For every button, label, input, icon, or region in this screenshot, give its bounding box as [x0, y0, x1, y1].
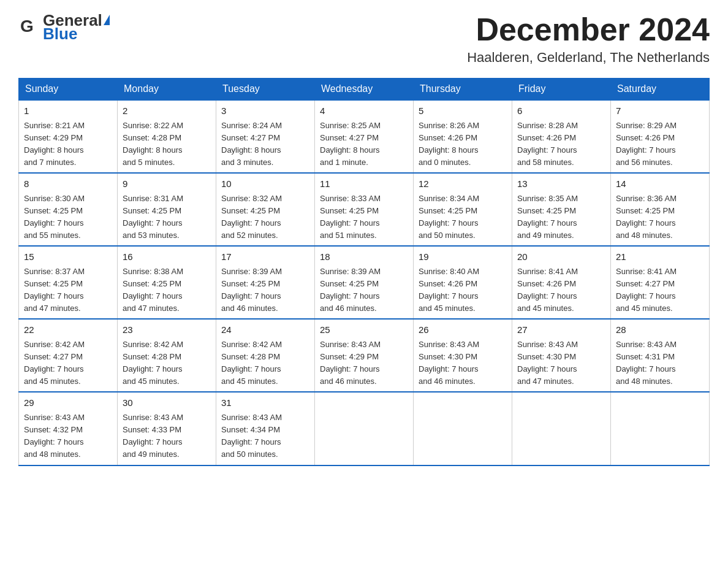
day-number: 12 [419, 177, 507, 191]
day-info: Sunrise: 8:39 AMSunset: 4:25 PMDaylight:… [221, 267, 282, 313]
day-number: 14 [616, 177, 704, 191]
calendar-cell: 20 Sunrise: 8:41 AMSunset: 4:26 PMDaylig… [512, 246, 611, 319]
day-number: 18 [320, 250, 408, 264]
calendar-cell: 4 Sunrise: 8:25 AMSunset: 4:27 PMDayligh… [315, 100, 414, 173]
month-title: December 2024 [467, 12, 710, 47]
calendar-cell: 29 Sunrise: 8:43 AMSunset: 4:32 PMDaylig… [19, 392, 118, 465]
week-row-1: 1 Sunrise: 8:21 AMSunset: 4:29 PMDayligh… [19, 100, 710, 173]
day-info: Sunrise: 8:42 AMSunset: 4:28 PMDaylight:… [123, 340, 183, 386]
week-row-4: 22 Sunrise: 8:42 AMSunset: 4:27 PMDaylig… [19, 319, 710, 392]
day-info: Sunrise: 8:30 AMSunset: 4:25 PMDaylight:… [24, 194, 85, 240]
day-number: 22 [24, 323, 112, 337]
day-info: Sunrise: 8:38 AMSunset: 4:25 PMDaylight:… [123, 267, 183, 313]
day-info: Sunrise: 8:43 AMSunset: 4:29 PMDaylight:… [320, 340, 381, 386]
calendar-cell: 12 Sunrise: 8:34 AMSunset: 4:25 PMDaylig… [414, 173, 512, 246]
calendar-cell: 10 Sunrise: 8:32 AMSunset: 4:25 PMDaylig… [216, 173, 315, 246]
logo-text: General Blue [43, 12, 110, 42]
day-info: Sunrise: 8:35 AMSunset: 4:25 PMDaylight:… [517, 194, 578, 240]
day-number: 13 [517, 177, 605, 191]
header-thursday: Thursday [414, 79, 512, 101]
day-number: 28 [616, 323, 704, 337]
day-info: Sunrise: 8:40 AMSunset: 4:26 PMDaylight:… [419, 267, 479, 313]
week-row-2: 8 Sunrise: 8:30 AMSunset: 4:25 PMDayligh… [19, 173, 710, 246]
day-number: 21 [616, 250, 704, 264]
calendar-cell: 16 Sunrise: 8:38 AMSunset: 4:25 PMDaylig… [118, 246, 216, 319]
calendar-cell: 24 Sunrise: 8:42 AMSunset: 4:28 PMDaylig… [216, 319, 315, 392]
day-number: 10 [221, 177, 309, 191]
header-friday: Friday [512, 79, 611, 101]
day-info: Sunrise: 8:21 AMSunset: 4:29 PMDaylight:… [24, 121, 85, 167]
day-info: Sunrise: 8:33 AMSunset: 4:25 PMDaylight:… [320, 194, 381, 240]
day-number: 8 [24, 177, 112, 191]
day-info: Sunrise: 8:42 AMSunset: 4:27 PMDaylight:… [24, 340, 85, 386]
calendar-cell: 23 Sunrise: 8:42 AMSunset: 4:28 PMDaylig… [118, 319, 216, 392]
calendar-cell: 18 Sunrise: 8:39 AMSunset: 4:25 PMDaylig… [315, 246, 414, 319]
day-info: Sunrise: 8:24 AMSunset: 4:27 PMDaylight:… [221, 121, 282, 167]
day-number: 27 [517, 323, 605, 337]
day-number: 26 [419, 323, 507, 337]
calendar-cell: 1 Sunrise: 8:21 AMSunset: 4:29 PMDayligh… [19, 100, 118, 173]
day-info: Sunrise: 8:29 AMSunset: 4:26 PMDaylight:… [616, 121, 677, 167]
calendar-cell [315, 392, 414, 465]
calendar-cell: 5 Sunrise: 8:26 AMSunset: 4:26 PMDayligh… [414, 100, 512, 173]
day-number: 19 [419, 250, 507, 264]
day-number: 1 [24, 104, 112, 118]
day-number: 11 [320, 177, 408, 191]
calendar-cell [414, 392, 512, 465]
day-info: Sunrise: 8:43 AMSunset: 4:32 PMDaylight:… [24, 413, 85, 459]
day-number: 23 [123, 323, 211, 337]
day-info: Sunrise: 8:37 AMSunset: 4:25 PMDaylight:… [24, 267, 85, 313]
day-number: 20 [517, 250, 605, 264]
day-number: 4 [320, 104, 408, 118]
calendar-cell: 31 Sunrise: 8:43 AMSunset: 4:34 PMDaylig… [216, 392, 315, 465]
day-number: 5 [419, 104, 507, 118]
day-number: 29 [24, 396, 112, 410]
calendar-cell: 21 Sunrise: 8:41 AMSunset: 4:27 PMDaylig… [611, 246, 710, 319]
calendar-cell: 14 Sunrise: 8:36 AMSunset: 4:25 PMDaylig… [611, 173, 710, 246]
calendar-cell: 6 Sunrise: 8:28 AMSunset: 4:26 PMDayligh… [512, 100, 611, 173]
calendar-cell: 26 Sunrise: 8:43 AMSunset: 4:30 PMDaylig… [414, 319, 512, 392]
day-number: 15 [24, 250, 112, 264]
logo-triangle-icon [104, 15, 110, 25]
day-info: Sunrise: 8:42 AMSunset: 4:28 PMDaylight:… [221, 340, 282, 386]
day-info: Sunrise: 8:34 AMSunset: 4:25 PMDaylight:… [419, 194, 479, 240]
calendar-cell: 9 Sunrise: 8:31 AMSunset: 4:25 PMDayligh… [118, 173, 216, 246]
day-number: 30 [123, 396, 211, 410]
week-row-3: 15 Sunrise: 8:37 AMSunset: 4:25 PMDaylig… [19, 246, 710, 319]
calendar-cell: 22 Sunrise: 8:42 AMSunset: 4:27 PMDaylig… [19, 319, 118, 392]
day-number: 31 [221, 396, 309, 410]
day-info: Sunrise: 8:41 AMSunset: 4:27 PMDaylight:… [616, 267, 677, 313]
day-number: 6 [517, 104, 605, 118]
day-info: Sunrise: 8:41 AMSunset: 4:26 PMDaylight:… [517, 267, 578, 313]
day-info: Sunrise: 8:43 AMSunset: 4:34 PMDaylight:… [221, 413, 282, 459]
day-info: Sunrise: 8:26 AMSunset: 4:26 PMDaylight:… [419, 121, 479, 167]
day-number: 2 [123, 104, 211, 118]
calendar-cell: 25 Sunrise: 8:43 AMSunset: 4:29 PMDaylig… [315, 319, 414, 392]
logo: G General Blue [18, 12, 110, 42]
day-info: Sunrise: 8:28 AMSunset: 4:26 PMDaylight:… [517, 121, 578, 167]
day-info: Sunrise: 8:39 AMSunset: 4:25 PMDaylight:… [320, 267, 381, 313]
calendar-cell [611, 392, 710, 465]
day-number: 7 [616, 104, 704, 118]
day-number: 9 [123, 177, 211, 191]
calendar-cell: 13 Sunrise: 8:35 AMSunset: 4:25 PMDaylig… [512, 173, 611, 246]
day-number: 3 [221, 104, 309, 118]
logo-blue: Blue [43, 26, 110, 42]
calendar-cell: 30 Sunrise: 8:43 AMSunset: 4:33 PMDaylig… [118, 392, 216, 465]
logo-area: G General Blue [18, 12, 110, 42]
calendar-cell: 7 Sunrise: 8:29 AMSunset: 4:26 PMDayligh… [611, 100, 710, 173]
header-wednesday: Wednesday [315, 79, 414, 101]
day-number: 25 [320, 323, 408, 337]
calendar-cell: 11 Sunrise: 8:33 AMSunset: 4:25 PMDaylig… [315, 173, 414, 246]
day-info: Sunrise: 8:22 AMSunset: 4:28 PMDaylight:… [123, 121, 183, 167]
day-info: Sunrise: 8:43 AMSunset: 4:30 PMDaylight:… [517, 340, 578, 386]
calendar-cell: 19 Sunrise: 8:40 AMSunset: 4:26 PMDaylig… [414, 246, 512, 319]
header-tuesday: Tuesday [216, 79, 315, 101]
header-sunday: Sunday [19, 79, 118, 101]
day-info: Sunrise: 8:43 AMSunset: 4:30 PMDaylight:… [419, 340, 479, 386]
header-saturday: Saturday [611, 79, 710, 101]
calendar-cell: 27 Sunrise: 8:43 AMSunset: 4:30 PMDaylig… [512, 319, 611, 392]
calendar-cell [512, 392, 611, 465]
calendar-table: Sunday Monday Tuesday Wednesday Thursday… [18, 78, 710, 465]
calendar-cell: 17 Sunrise: 8:39 AMSunset: 4:25 PMDaylig… [216, 246, 315, 319]
